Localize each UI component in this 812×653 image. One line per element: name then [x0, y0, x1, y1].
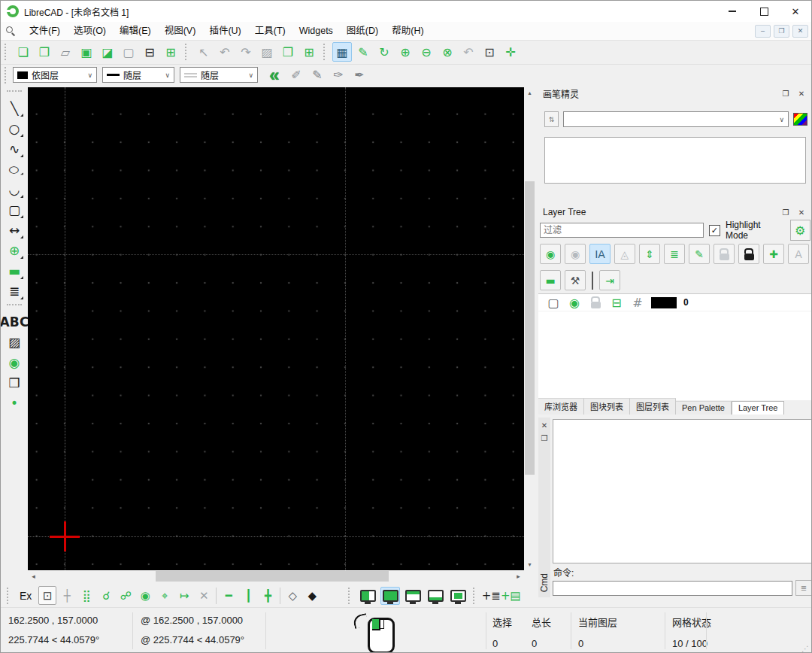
- dock-area-full-icon[interactable]: [380, 587, 400, 605]
- pan-zoom-icon[interactable]: ✛: [501, 42, 520, 62]
- dock-area-left-icon[interactable]: [358, 587, 377, 605]
- unlock-layers-icon[interactable]: [714, 244, 735, 264]
- toolbar-grip[interactable]: [323, 44, 328, 60]
- toolbar-grip[interactable]: [7, 90, 22, 95]
- ellipse-tool-icon[interactable]: ○: [5, 162, 25, 175]
- vertical-scrollbar[interactable]: ▴ ▾: [524, 87, 535, 570]
- edit-layer-icon[interactable]: ⚒: [565, 270, 586, 290]
- pen-copy-icon[interactable]: ✒: [350, 65, 369, 85]
- new-from-template-icon[interactable]: ❐: [35, 42, 54, 62]
- snap-distance-icon[interactable]: ↦: [175, 586, 193, 605]
- snap-on-entity-icon[interactable]: ☍: [117, 586, 135, 605]
- close-button[interactable]: ✕: [780, 1, 811, 22]
- dock-splitter[interactable]: [538, 199, 812, 205]
- horizontal-scroll-thumb[interactable]: [156, 571, 389, 582]
- gear-icon[interactable]: ⚙: [790, 220, 811, 241]
- toolbar-grip[interactable]: [473, 588, 477, 604]
- toolbar-grip[interactable]: [7, 588, 11, 604]
- snap-middle-icon[interactable]: ⌖: [156, 586, 174, 605]
- paste-icon[interactable]: ⊞: [299, 42, 319, 62]
- snap-intersection-icon[interactable]: ✕: [195, 586, 213, 605]
- linetype-combobox[interactable]: 随层 ∨: [180, 67, 258, 83]
- hide-all-layers-icon[interactable]: ◉: [565, 244, 586, 264]
- new-document-icon[interactable]: ❏: [14, 42, 33, 62]
- scroll-down-icon[interactable]: ▾: [524, 559, 535, 570]
- minimize-button[interactable]: [717, 1, 748, 22]
- command-input[interactable]: [553, 581, 792, 596]
- selection-pointer-icon[interactable]: ↖: [194, 42, 214, 62]
- pen-wizard-list[interactable]: [544, 137, 806, 184]
- text-tool-icon[interactable]: ABC: [5, 311, 25, 332]
- menu-item-help[interactable]: 帮助(H): [385, 22, 430, 40]
- toolbar-grip[interactable]: [348, 588, 353, 604]
- dock-area-top-icon[interactable]: [403, 587, 423, 605]
- scroll-left-icon[interactable]: ◂: [28, 570, 39, 582]
- linewidth-combobox[interactable]: 随层 ∨: [102, 67, 174, 83]
- close-panel-icon[interactable]: ✕: [795, 207, 807, 217]
- snap-on-grid-icon[interactable]: ⣿: [77, 586, 95, 605]
- toolbar-grip[interactable]: [7, 304, 22, 308]
- drawing-canvas[interactable]: [28, 87, 524, 570]
- menu-item-file[interactable]: 文件(F): [23, 22, 67, 40]
- close-panel-icon[interactable]: ✕: [795, 88, 807, 99]
- restrict-horizontal-icon[interactable]: ━: [220, 586, 238, 605]
- toolbar-grip[interactable]: [5, 67, 9, 84]
- zoom-out-icon[interactable]: ⊖: [417, 42, 436, 62]
- modify-tool-icon[interactable]: ⊕: [5, 240, 25, 260]
- float-panel-icon[interactable]: ❐: [780, 207, 792, 217]
- layer-name[interactable]: 0: [683, 297, 689, 308]
- dock-splitter[interactable]: [538, 415, 812, 416]
- tab-library-browser[interactable]: 库浏览器: [538, 398, 584, 415]
- menu-item-options[interactable]: 选项(O): [67, 22, 113, 40]
- pen-wizard-spin-button[interactable]: ⇅: [544, 111, 559, 127]
- lock-layers-icon[interactable]: [738, 244, 759, 264]
- layer-construction-icon[interactable]: #: [628, 293, 647, 312]
- save-as-icon[interactable]: ◪: [98, 42, 117, 62]
- resize-grip-icon[interactable]: ⋰: [801, 645, 809, 653]
- draft-mode-icon[interactable]: ✎: [353, 42, 373, 62]
- menu-item-drawings[interactable]: 图纸(D): [340, 22, 385, 40]
- pen-per-layer-icon[interactable]: ✎: [689, 244, 710, 264]
- snap-center-icon[interactable]: ◉: [136, 586, 154, 605]
- grid-toggle-icon[interactable]: ▦: [332, 42, 352, 62]
- sort-layers-icon[interactable]: ⇕: [639, 244, 660, 264]
- order-tool-icon[interactable]: ≣: [5, 281, 25, 301]
- add-dock-widget-icon[interactable]: +▤: [501, 586, 520, 605]
- pen-pick-apply-icon[interactable]: ✎: [308, 65, 327, 85]
- layer-lock-icon[interactable]: [586, 293, 605, 312]
- tab-layer-list[interactable]: 图层列表: [630, 398, 676, 415]
- add-layer-icon[interactable]: ✚: [763, 244, 784, 264]
- dock-area-bottom-icon[interactable]: [426, 587, 445, 605]
- dock-area-floating-icon[interactable]: [448, 587, 468, 605]
- mdi-restore-button[interactable]: ❐: [774, 25, 789, 38]
- scroll-right-icon[interactable]: ▸: [513, 570, 524, 582]
- undo-icon[interactable]: ↶: [215, 42, 235, 62]
- set-relative-zero-icon[interactable]: ◇: [283, 586, 301, 605]
- tab-block-list[interactable]: 图块列表: [584, 398, 630, 415]
- select-tool-icon[interactable]: ▢: [5, 199, 25, 220]
- layer-print-icon[interactable]: ⊟: [607, 293, 626, 312]
- cut-icon[interactable]: ▨: [257, 42, 277, 62]
- open-file-icon[interactable]: ▱: [56, 42, 75, 62]
- tab-pen-palette[interactable]: Pen Palette: [676, 401, 732, 415]
- pen-pick-icon[interactable]: ✐: [286, 65, 306, 85]
- circle-tool-icon[interactable]: ○: [5, 118, 25, 138]
- window-zoom-icon[interactable]: ⊡: [480, 42, 499, 62]
- menu-item-plugins[interactable]: 插件(U): [202, 22, 247, 40]
- highlight-mode-checkbox[interactable]: ✓: [709, 225, 720, 236]
- print-icon[interactable]: ⊟: [140, 42, 159, 62]
- pen-apply-icon[interactable]: ✑: [329, 65, 348, 85]
- horizontal-scrollbar[interactable]: ◂ ▸: [28, 570, 524, 582]
- tab-layer-tree[interactable]: Layer Tree: [732, 401, 785, 415]
- layer-attributes-icon[interactable]: A: [788, 244, 809, 264]
- vertical-scroll-thumb[interactable]: [525, 181, 535, 475]
- toolbar-grip[interactable]: [5, 44, 9, 60]
- hatch-tool-icon[interactable]: ▨: [5, 332, 25, 352]
- sort-layers-top-icon[interactable]: ≣: [664, 244, 685, 264]
- construction-layers-icon[interactable]: ◬: [614, 244, 635, 264]
- auto-zoom-icon[interactable]: ⊗: [438, 42, 457, 62]
- close-panel-icon[interactable]: ✕: [539, 420, 550, 430]
- snap-grid-icon[interactable]: ┼: [58, 586, 76, 605]
- float-panel-icon[interactable]: ❐: [539, 433, 550, 443]
- menu-item-widgets[interactable]: Widgets: [292, 22, 340, 40]
